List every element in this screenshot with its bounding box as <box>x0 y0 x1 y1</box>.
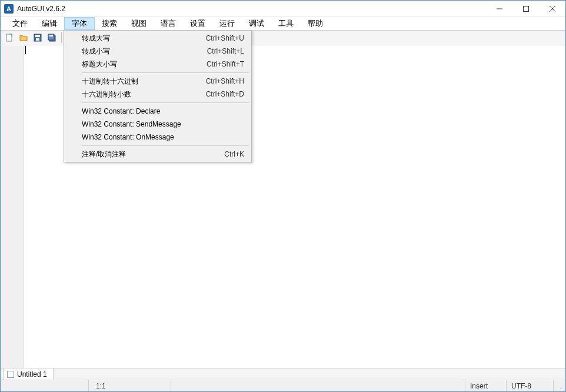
menu-language[interactable]: 语言 <box>154 17 183 30</box>
menu-item-label: 注释/取消注释 <box>82 150 224 160</box>
menu-hex-to-dec[interactable]: 十六进制转小数 Ctrl+Shift+D <box>65 88 250 101</box>
menu-file[interactable]: 文件 <box>5 17 35 30</box>
menu-titlecase[interactable]: 标题大小写 Ctrl+Shift+T <box>65 58 250 71</box>
menu-run[interactable]: 运行 <box>212 17 242 30</box>
status-grip[interactable] <box>554 380 565 391</box>
menu-win32-sendmessage[interactable]: Win32 Constant: SendMessage <box>65 118 250 131</box>
titlebar: A AutoGUI v2.6.2 <box>1 1 565 17</box>
menu-item-label: 十进制转十六进制 <box>82 77 206 87</box>
menu-edit[interactable]: 编辑 <box>35 17 64 30</box>
text-cursor <box>25 46 26 54</box>
menu-item-label: Win32 Constant: Declare <box>82 107 244 115</box>
menu-settings[interactable]: 设置 <box>183 17 212 30</box>
menu-font[interactable]: 字体 <box>64 17 95 30</box>
menu-item-shortcut: Ctrl+Shift+H <box>206 77 244 85</box>
menu-item-shortcut: Ctrl+Shift+L <box>207 47 244 55</box>
tabbar: Untitled 1 <box>1 368 565 380</box>
menu-search[interactable]: 搜索 <box>95 17 124 30</box>
statusbar: 1:1 Insert UTF-8 <box>1 380 565 391</box>
menu-separator <box>82 145 249 146</box>
toolbar-separator <box>61 32 62 43</box>
svg-rect-10 <box>49 35 53 36</box>
app-icon: A <box>4 4 14 14</box>
svg-rect-6 <box>35 35 40 37</box>
save-button[interactable] <box>31 32 44 44</box>
menu-item-label: Win32 Constant: OnMessage <box>82 133 244 141</box>
menu-item-label: Win32 Constant: SendMessage <box>82 120 244 128</box>
svg-rect-4 <box>6 34 12 41</box>
menu-help[interactable]: 帮助 <box>301 17 330 30</box>
window-title: AutoGUI v2.6.2 <box>17 5 486 13</box>
menu-separator <box>82 102 249 103</box>
menu-item-shortcut: Ctrl+K <box>224 150 244 158</box>
menu-item-label: 转成小写 <box>82 46 207 57</box>
svg-rect-7 <box>36 38 39 41</box>
menu-item-shortcut: Ctrl+Shift+U <box>206 34 244 42</box>
new-file-button[interactable] <box>3 32 16 44</box>
menu-win32-onmessage[interactable]: Win32 Constant: OnMessage <box>65 131 250 144</box>
menu-lowercase[interactable]: 转成小写 Ctrl+Shift+L <box>65 45 250 58</box>
menu-debug[interactable]: 调试 <box>242 17 271 30</box>
menu-view[interactable]: 视图 <box>124 17 154 30</box>
tab-label: Untitled 1 <box>17 370 47 378</box>
document-tab[interactable]: Untitled 1 <box>3 368 54 380</box>
font-menu-dropdown: 转成大写 Ctrl+Shift+U 转成小写 Ctrl+Shift+L 标题大小… <box>64 30 252 162</box>
close-button[interactable] <box>539 1 565 16</box>
menu-tools[interactable]: 工具 <box>271 17 301 30</box>
menu-dec-to-hex[interactable]: 十进制转十六进制 Ctrl+Shift+H <box>65 75 250 88</box>
menu-item-label: 标题大小写 <box>82 59 207 69</box>
status-mode: Insert <box>465 380 507 391</box>
save-all-button[interactable] <box>45 32 58 44</box>
svg-rect-1 <box>523 6 528 11</box>
menubar: 文件 编辑 字体 搜索 视图 语言 设置 运行 调试 工具 帮助 <box>1 17 565 30</box>
menu-item-label: 十六进制转小数 <box>82 89 206 99</box>
open-folder-button[interactable] <box>17 32 30 44</box>
menu-uppercase[interactable]: 转成大写 Ctrl+Shift+U <box>65 32 250 45</box>
menu-item-label: 转成大写 <box>82 34 206 44</box>
menu-separator <box>82 72 249 73</box>
menu-win32-declare[interactable]: Win32 Constant: Declare <box>65 105 250 118</box>
svg-line-28 <box>560 384 561 389</box>
minimize-button[interactable] <box>486 1 512 16</box>
line-gutter <box>1 46 24 368</box>
status-position: 1:1 <box>89 380 171 391</box>
menu-item-shortcut: Ctrl+Shift+D <box>206 90 244 98</box>
menu-comment-toggle[interactable]: 注释/取消注释 Ctrl+K <box>65 148 250 161</box>
status-encoding: UTF-8 <box>507 380 554 391</box>
maximize-button[interactable] <box>512 1 539 16</box>
window-controls <box>486 1 565 16</box>
status-spacer <box>171 380 465 391</box>
menu-item-shortcut: Ctrl+Shift+T <box>207 60 244 68</box>
status-message <box>1 380 89 391</box>
document-icon <box>7 371 14 378</box>
